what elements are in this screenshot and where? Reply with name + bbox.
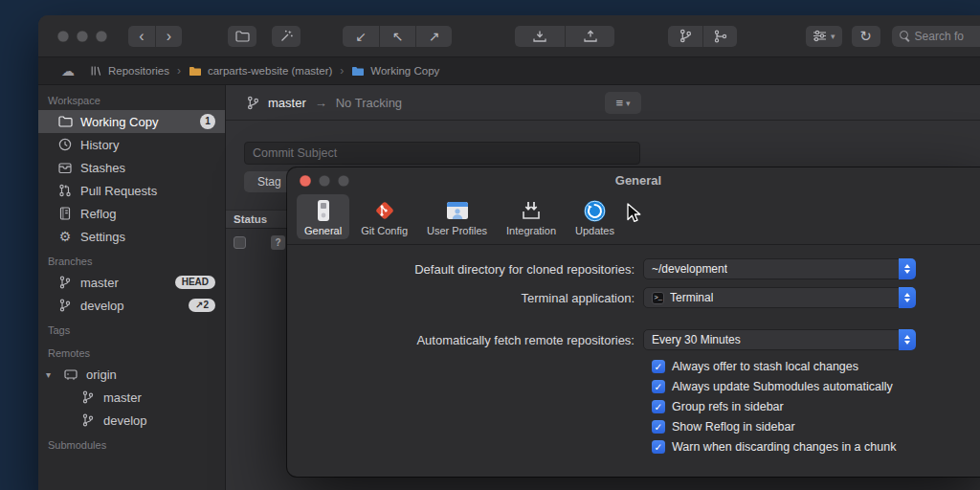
sidebar-section-tags: Tags [38,317,225,340]
sidebar-item-origin-develop[interactable]: develop [38,409,225,432]
git-logo-icon [372,198,397,223]
sidebar-item-branch-develop[interactable]: develop ↗2 [38,294,225,317]
show-in-finder-button[interactable] [228,26,256,47]
sidebar-item-pull-requests[interactable]: Pull Requests [38,179,225,202]
minimize-button[interactable] [77,31,88,42]
refresh-button[interactable]: ↻ [852,26,880,47]
tab-integration[interactable]: Integration [499,194,564,239]
forward-icon: › [167,29,171,44]
search-icon [900,31,910,41]
view-options-button[interactable]: ▾ [806,26,842,47]
magic-wand-icon [279,29,294,43]
pull-tray-icon [532,30,547,43]
popup-value: Every 30 Minutes [652,333,741,346]
cloud-icon[interactable]: ☁ [61,63,75,78]
commit-button[interactable]: ↙ [343,26,379,47]
folder-icon [351,66,365,77]
head-badge: HEAD [175,276,215,289]
main-toolbar: ‹ › ↙ ↖ ↗ [38,15,980,57]
field-label-clone-directory: Default directory for cloned repositorie… [287,262,643,277]
checkbox-warn-discard-chunk[interactable]: ✓ Warn when discarding changes in a chun… [652,440,980,454]
arrow-up-right-icon: ↗ [429,29,440,44]
commit-subject-input[interactable] [244,142,640,165]
sidebar-item-branch-master[interactable]: master HEAD [38,271,225,294]
tab-general[interactable]: General [297,194,349,239]
menu-icon: ≡ [615,96,623,110]
sidebar-item-remote-origin[interactable]: ▾ origin [38,363,225,386]
back-button[interactable]: ‹ [128,26,155,47]
sidebar-item-origin-master[interactable]: master [38,386,225,409]
breadcrumb-repo[interactable]: carparts-website (master) [189,65,332,77]
checkbox-label: Show Reflog in sidebar [672,420,795,434]
pull-button[interactable] [515,26,565,47]
dialog-traffic-lights [300,175,349,187]
checkout-button[interactable]: ↖ [379,26,415,47]
maximize-button[interactable] [96,31,107,42]
sidebar-item-history[interactable]: History [38,133,225,156]
file-checkbox[interactable] [234,236,246,249]
tab-label: User Profiles [427,225,487,236]
branch-button[interactable] [668,26,702,47]
checkbox-stash-local-changes[interactable]: ✓ Always offer to stash local changes [652,360,980,373]
forward-button[interactable]: › [155,26,182,47]
sidebar-section-workspace: Workspace [38,87,225,110]
arrow-down-left-icon: ↙ [355,29,367,44]
file-row: ? [234,235,285,250]
checkbox-checked-icon[interactable]: ✓ [652,420,665,434]
popup-clone-directory[interactable]: ~/development [643,258,916,279]
back-icon: ‹ [139,29,144,44]
field-label-terminal-app: Terminal application: [287,291,643,305]
dialog-maximize-button[interactable] [338,175,349,187]
sidebar-item-label: Settings [80,230,125,244]
close-button[interactable] [57,31,69,42]
sidebar-item-stashes[interactable]: Stashes [38,156,225,179]
mouse-cursor-icon [625,202,642,226]
checkbox-checked-icon[interactable]: ✓ [652,360,665,373]
checkbox-update-submodules[interactable]: ✓ Always update Submodules automatically [652,380,980,393]
traffic-lights [57,31,107,42]
sidebar-item-label: Reflog [80,207,117,221]
tab-user-profiles[interactable]: User Profiles [419,194,495,239]
commit-options-button[interactable]: ≡ ▾ [605,92,641,114]
popup-stepper-icon [899,287,916,308]
merge-button[interactable] [702,26,737,47]
dialog-close-button[interactable] [300,175,311,187]
gear-icon: ⚙ [57,230,73,243]
actions-button[interactable] [272,26,301,47]
current-branch-name: master [268,96,306,110]
tab-label: General [304,225,342,236]
checkbox-checked-icon[interactable]: ✓ [652,400,665,413]
branch-merge-group [668,26,737,47]
tracking-arrow-icon: → [315,96,327,110]
tab-updates[interactable]: Updates [568,194,622,239]
tab-git-config[interactable]: Git Config [353,194,415,239]
checkbox-label: Always offer to stash local changes [672,360,858,373]
folder-icon [189,66,202,77]
popup-terminal-app[interactable]: >_ Terminal [643,287,916,308]
checkbox-checked-icon[interactable]: ✓ [652,380,665,393]
search-field[interactable] [892,26,980,47]
search-input[interactable] [915,30,980,43]
sidebar-item-settings[interactable]: ⚙ Settings [38,225,225,248]
dialog-minimize-button[interactable] [319,175,330,187]
popup-stepper-icon [899,329,916,350]
breadcrumb-repositories[interactable]: Repositories [90,65,169,77]
checkbox-group-refs[interactable]: ✓ Group refs in sidebar [652,400,980,413]
breadcrumb-working-copy[interactable]: Working Copy [351,65,439,77]
sidebar-item-reflog[interactable]: Reflog [38,202,225,225]
user-profiles-icon [445,198,470,223]
checkbox-show-reflog[interactable]: ✓ Show Reflog in sidebar [652,420,980,434]
breadcrumb-label: Working Copy [370,65,439,77]
merge-icon [714,30,727,43]
sidebar-section-submodules: Submodules [38,432,225,455]
refresh-icon: ↻ [859,28,872,45]
disclosure-triangle-icon[interactable]: ▾ [46,369,56,380]
push-button[interactable] [565,26,614,47]
sidebar-item-working-copy[interactable]: Working Copy 1 [38,110,225,133]
branch-icon [57,299,73,312]
chevron-down-icon: ▾ [831,32,835,41]
dialog-titlebar[interactable]: General [287,167,980,193]
reset-button[interactable]: ↗ [415,26,452,47]
checkbox-checked-icon[interactable]: ✓ [652,440,665,454]
popup-auto-fetch[interactable]: Every 30 Minutes [643,329,916,350]
